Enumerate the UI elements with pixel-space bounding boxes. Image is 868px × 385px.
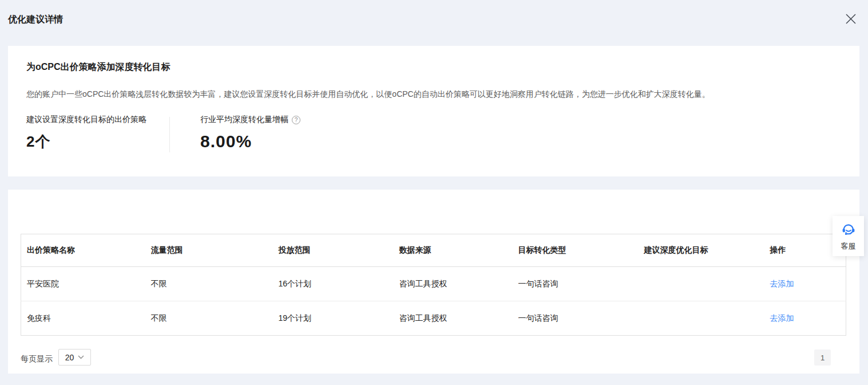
cell-scope: 19个计划 <box>273 301 394 336</box>
cell-target <box>639 267 764 301</box>
customer-service-label: 客服 <box>841 241 856 252</box>
stat-strategy-count-value: 2个 <box>26 132 146 152</box>
stat-industry-lift-value: 8.00% <box>200 132 300 151</box>
column-header-type: 目标转化类型 <box>513 234 639 267</box>
per-page-select[interactable]: 20 <box>58 349 91 366</box>
stat-strategy-count-label: 建议设置深度转化目标的出价策略 <box>26 115 146 125</box>
cell-source: 咨询工具授权 <box>394 301 513 336</box>
cell-name: 平安医院 <box>21 267 145 301</box>
add-target-link[interactable]: 去添加 <box>770 279 794 288</box>
summary-description: 您的账户中一些oCPC出价策略浅层转化数据较为丰富，建议您设置深度转化目标并使用… <box>26 88 841 100</box>
summary-heading: 为oCPC出价策略添加深度转化目标 <box>26 61 171 73</box>
strategy-table: 出价策略名称 流量范围 投放范围 数据来源 目标转化类型 建议深度优化目标 操作… <box>21 234 846 336</box>
table-row: 免疫科 不限 19个计划 咨询工具授权 一句话咨询 去添加 <box>21 301 846 336</box>
stat-divider <box>169 117 170 152</box>
cell-action: 去添加 <box>764 301 846 336</box>
table-header-row: 出价策略名称 流量范围 投放范围 数据来源 目标转化类型 建议深度优化目标 操作 <box>21 234 846 267</box>
close-x-glyph <box>844 12 858 26</box>
cell-name: 免疫科 <box>21 301 145 336</box>
cell-target <box>639 301 764 336</box>
column-header-traffic: 流量范围 <box>145 234 273 267</box>
cell-traffic: 不限 <box>145 267 273 301</box>
cell-type: 一句话咨询 <box>513 267 639 301</box>
stat-industry-lift: 行业平均深度转化量增幅 ? 8.00% <box>200 115 300 151</box>
cell-action: 去添加 <box>764 267 846 301</box>
add-target-link[interactable]: 去添加 <box>770 313 794 323</box>
customer-service-icon <box>841 222 857 238</box>
chevron-down-icon <box>78 355 84 359</box>
help-icon[interactable]: ? <box>292 116 300 124</box>
customer-service-button[interactable]: 客服 <box>833 216 864 256</box>
page-title: 优化建议详情 <box>8 14 63 26</box>
stat-industry-lift-label: 行业平均深度转化量增幅 <box>200 115 288 125</box>
column-header-target: 建议深度优化目标 <box>639 234 764 267</box>
cell-traffic: 不限 <box>145 301 273 336</box>
cell-scope: 16个计划 <box>273 267 394 301</box>
stat-strategy-count: 建议设置深度转化目标的出价策略 2个 <box>26 115 146 152</box>
per-page-label: 每页显示 <box>21 354 53 364</box>
column-header-scope: 投放范围 <box>273 234 394 267</box>
strategy-table-card: 出价策略名称 流量范围 投放范围 数据来源 目标转化类型 建议深度优化目标 操作… <box>8 190 859 374</box>
column-header-name: 出价策略名称 <box>21 234 145 267</box>
cell-type: 一句话咨询 <box>513 301 639 336</box>
close-icon[interactable] <box>843 11 859 27</box>
cell-source: 咨询工具授权 <box>394 267 513 301</box>
table-row: 平安医院 不限 16个计划 咨询工具授权 一句话咨询 去添加 <box>21 267 846 301</box>
summary-card: 为oCPC出价策略添加深度转化目标 您的账户中一些oCPC出价策略浅层转化数据较… <box>8 46 859 176</box>
page-button-1[interactable]: 1 <box>814 349 831 366</box>
per-page-value: 20 <box>65 353 74 362</box>
column-header-source: 数据来源 <box>394 234 513 267</box>
